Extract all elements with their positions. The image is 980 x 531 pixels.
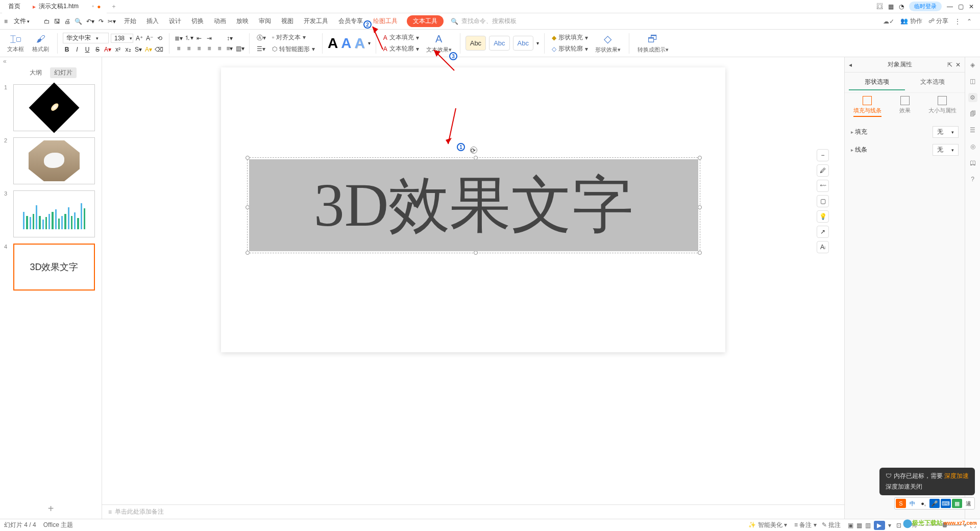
outline-tab[interactable]: 大纲	[26, 67, 46, 78]
scissors-icon[interactable]: ✂▾	[108, 18, 116, 25]
minimize-icon[interactable]: —	[947, 3, 953, 10]
panel-back-icon[interactable]: ◂	[849, 61, 852, 68]
distribute-icon[interactable]: ≡	[215, 44, 224, 53]
eyedropper-icon[interactable]: 🖉	[817, 164, 829, 177]
line-select[interactable]: 无▾	[933, 144, 959, 156]
thumb-1[interactable]: 1	[4, 84, 97, 131]
text-effect-menu[interactable]: A 文本效果▾	[423, 33, 455, 54]
copy-rail-icon[interactable]: 🗐	[968, 109, 977, 118]
preview-icon[interactable]: 🔍	[75, 18, 82, 25]
user-icon[interactable]: ◔	[899, 3, 904, 10]
play-dropdown-icon[interactable]: ▾	[888, 522, 891, 529]
text-outline-menu[interactable]: A文本轮廓▾	[381, 44, 421, 54]
tab-animation[interactable]: 动画	[213, 17, 227, 26]
abc-style-3[interactable]: Abc	[513, 36, 533, 51]
tab-review[interactable]: 审阅	[258, 17, 272, 26]
tab-transition[interactable]: 切换	[190, 17, 205, 26]
close-icon[interactable]: ✕	[969, 3, 974, 10]
ai-icon[interactable]: ⬳	[817, 180, 829, 192]
coop-button[interactable]: 👥 协作	[900, 17, 922, 26]
fill-select[interactable]: 无▾	[933, 126, 959, 138]
text-options-tab[interactable]: 文本选项	[905, 75, 961, 90]
grid-tool-icon[interactable]: ▢	[817, 195, 829, 207]
shadow-icon[interactable]: S▾	[134, 45, 142, 54]
ime-bar[interactable]: S 中 ●, 🎤 ⌨ ▦ 速	[894, 497, 975, 510]
thumb-2[interactable]: 2	[4, 137, 97, 184]
fit-icon[interactable]: ⊡	[896, 522, 901, 529]
highlight-icon[interactable]: A▾	[144, 45, 153, 54]
indent-inc-icon[interactable]: ⇥	[205, 34, 213, 42]
fill-section-toggle[interactable]: ▸ 填充 无▾	[850, 123, 960, 141]
arrow-tool-icon[interactable]: ↗	[817, 226, 829, 238]
pin-icon[interactable]: ⇱	[947, 61, 952, 68]
search-bar[interactable]: 🔍 查找命令、搜索模板	[451, 17, 517, 26]
memory-toast[interactable]: 🛡 内存已超标，需要 深度加速 深度加速关闭	[879, 468, 975, 495]
beautify-button[interactable]: ✨ 智能美化 ▾	[748, 521, 787, 529]
ime-more-icon[interactable]: 速	[963, 499, 973, 508]
grid-icon[interactable]: ▦	[888, 3, 894, 10]
ime-mic-icon[interactable]: 🎤	[929, 499, 940, 508]
slides-tab[interactable]: 幻灯片	[50, 67, 77, 78]
tab-design[interactable]: 设计	[168, 17, 182, 26]
view-reading-icon[interactable]: ▥	[865, 522, 871, 529]
ime-punct-icon[interactable]: ●,	[918, 499, 928, 508]
font-color-icon[interactable]: A▾	[104, 45, 112, 54]
ime-grid-icon[interactable]: ▦	[952, 499, 962, 508]
sup-icon[interactable]: x²	[114, 45, 122, 54]
line-spacing-icon[interactable]: ↕▾	[226, 34, 234, 42]
undo-icon[interactable]: ↶▾	[86, 18, 94, 25]
help-rail-icon[interactable]: ?	[968, 175, 977, 184]
tab-dev[interactable]: 开发工具	[303, 17, 329, 26]
align-justify-icon[interactable]: ≡	[205, 44, 213, 53]
add-slide-button[interactable]: +	[0, 499, 102, 519]
to-image-menu[interactable]: 🗗 转换成图示▾	[634, 33, 672, 54]
numbering-icon[interactable]: ⒈▾	[185, 34, 193, 42]
new-tab-button[interactable]: +	[107, 3, 120, 10]
share-button[interactable]: ☍ 分享	[928, 17, 948, 26]
tab-document[interactable]: ▸ 演示文稿1.htm • ●	[27, 0, 107, 13]
collapse-sidebar-icon[interactable]: «	[0, 57, 102, 65]
tab-view[interactable]: 视图	[280, 17, 295, 26]
more-styles-icon[interactable]: ▾	[368, 40, 371, 46]
textbox-group[interactable]: ⌶▢ 文本框	[4, 34, 27, 53]
eye-rail-icon[interactable]: ◎	[968, 142, 977, 151]
valign-icon[interactable]: ≡▾	[226, 44, 234, 53]
tab-home[interactable]: 首页	[2, 0, 27, 13]
maximize-icon[interactable]: ▢	[958, 3, 964, 10]
redo-icon[interactable]: ↷	[99, 18, 104, 25]
to-smartart[interactable]: ⬡转智能图形▾	[270, 44, 317, 54]
shape-options-tab[interactable]: 形状选项	[849, 75, 905, 90]
strike-icon[interactable]: S	[93, 45, 102, 54]
font-size-select[interactable]: 138▾	[111, 34, 133, 43]
theme-name[interactable]: Office 主题	[43, 521, 73, 529]
textbox-3d[interactable]: ⟳ 3D效果文字	[249, 159, 698, 251]
fill-line-subtab[interactable]: 填充与线条	[853, 96, 881, 117]
layer-rail-icon[interactable]: ☰	[968, 126, 977, 135]
text-direction[interactable]: Ⓐ▾	[255, 33, 268, 43]
effect-subtab[interactable]: 效果	[899, 96, 911, 117]
text-position[interactable]: ☰▾	[255, 45, 268, 53]
tab-draw-tool[interactable]: 绘图工具	[372, 17, 399, 26]
view-normal-icon[interactable]: ▣	[848, 522, 853, 529]
tab-member[interactable]: 会员专享	[337, 17, 364, 26]
ime-keyboard-icon[interactable]: ⌨	[941, 499, 951, 508]
indent-dec-icon[interactable]: ⇤	[195, 34, 203, 42]
change-case-icon[interactable]: ⟲	[156, 34, 164, 42]
abc-style-2[interactable]: Abc	[489, 36, 509, 51]
diamond-rail-icon[interactable]: ◈	[968, 60, 977, 69]
text-tool-icon[interactable]: Aᵢ	[817, 241, 829, 253]
zoom-out-icon[interactable]: −	[817, 149, 829, 161]
text-fill-menu[interactable]: A文本填充▾	[381, 33, 421, 42]
collapse-ribbon-icon[interactable]: ⌃	[967, 18, 972, 25]
align-text-menu[interactable]: ▫对齐文本▾	[270, 33, 317, 42]
font-shrink-icon[interactable]: A⁻	[145, 34, 154, 42]
shape-fill-menu[interactable]: ◆形状填充▾	[550, 33, 590, 42]
more-icon[interactable]: ⋮	[954, 18, 961, 25]
thumb-3[interactable]: 3	[4, 190, 97, 237]
main-text[interactable]: 3D效果文字	[314, 164, 634, 247]
tab-play[interactable]: 放映	[235, 17, 250, 26]
hamburger-icon[interactable]: ≡	[4, 18, 8, 25]
close-panel-icon[interactable]: ✕	[955, 61, 961, 68]
format-painter-group[interactable]: 🖌 格式刷	[29, 34, 52, 53]
style-a-3[interactable]: A	[354, 35, 364, 52]
